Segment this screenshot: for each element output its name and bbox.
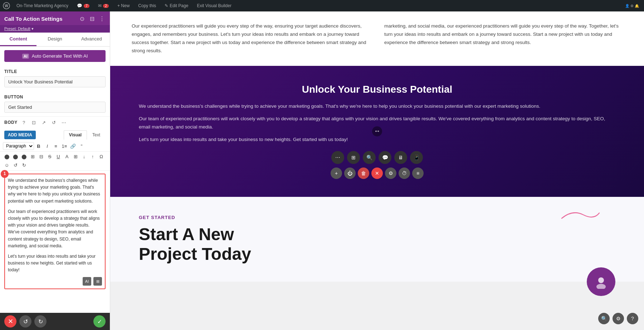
get-started-title: Start A New Project Today <box>139 224 615 264</box>
formatting-toolbar-row2: ⬤ ⬤ ⬤ ⊞ ⊟ S U A ⊞ ↓ ↑ Ω ☺ ↺ ↻ <box>0 152 110 171</box>
exit-builder-btn[interactable]: Exit Visual Builder <box>195 2 234 10</box>
ol-button[interactable]: 1≡ <box>60 142 68 150</box>
quote-button[interactable]: " <box>78 142 86 150</box>
svg-point-2 <box>598 277 604 283</box>
editor-expand-icon[interactable]: ⊞ <box>93 277 102 286</box>
panel-more-icon[interactable]: ⋮ <box>98 15 106 22</box>
panel-title: Call To Action Settings <box>4 16 63 22</box>
comments-btn[interactable]: 💬 7 <box>75 2 92 10</box>
tab-design[interactable]: Design <box>36 33 73 46</box>
cta-section: Unlock Your Business Potential We unders… <box>110 66 644 197</box>
align-right-button[interactable]: ⬤ <box>20 152 28 160</box>
text-col-left: Our experienced practitioners will guide… <box>132 22 370 55</box>
editor-paragraph-1: We understand the business's challenges … <box>8 177 102 205</box>
br-help-icon[interactable]: ? <box>627 313 638 324</box>
text-section: Our experienced practitioners will guide… <box>110 11 644 66</box>
body-more-icon[interactable]: ⋯ <box>60 119 68 126</box>
formatting-toolbar-row1: Paragraph B I ≡ 1≡ 🔗 " <box>0 141 110 152</box>
emoji-button[interactable]: ☺ <box>3 161 11 169</box>
cta-paragraph-1: We understand the business's challenges … <box>139 102 615 111</box>
admin-bar-right-icons[interactable]: 👤 ⚙ 🔔 <box>623 3 641 9</box>
ul-button[interactable]: ≡ <box>52 142 60 150</box>
redo-button[interactable]: ↻ <box>34 315 47 327</box>
indent-button[interactable]: ⊟ <box>37 152 45 160</box>
button-field-group: Button <box>0 91 110 116</box>
body-undo-icon[interactable]: ↺ <box>50 119 58 126</box>
tab-advanced[interactable]: Advanced <box>73 33 110 46</box>
text-col-left-content: Our experienced practitioners will guide… <box>132 22 370 55</box>
button-input[interactable] <box>4 102 106 113</box>
module-close-btn[interactable]: ✕ <box>371 168 383 179</box>
undo2-button[interactable]: ↺ <box>11 161 19 169</box>
tab-content[interactable]: Content <box>0 33 36 46</box>
panel-split-icon[interactable]: ⊟ <box>88 15 96 22</box>
body-arrow-icon[interactable]: ↗ <box>40 119 48 126</box>
bold-button[interactable]: B <box>35 142 43 150</box>
editor-tab-visual[interactable]: Visual <box>64 130 87 140</box>
panel-settings-icon[interactable]: ⊙ <box>78 15 86 22</box>
admin-bar: W On-Time Marketing Agency 💬 7 ✉ 2 + New… <box>0 0 644 11</box>
toolbar-desktop-btn[interactable]: 🖥 <box>394 151 407 164</box>
toolbar-search-btn[interactable]: 🔍 <box>363 151 376 164</box>
new-btn[interactable]: + New <box>115 2 132 10</box>
module-gear-btn[interactable]: ⚙ <box>385 168 396 179</box>
ai-badge: AI <box>22 54 29 59</box>
module-power-btn[interactable]: ⏻ <box>344 168 356 179</box>
messages-btn[interactable]: ✉ 2 <box>96 2 111 10</box>
section-resize-handle[interactable]: ↔ <box>372 126 382 136</box>
align-center-button[interactable]: ⬤ <box>11 152 19 160</box>
toolbar-dots-btn[interactable]: ⋯ <box>331 151 344 164</box>
get-started-label: GET STARTED <box>139 215 615 220</box>
align-justify-button[interactable]: ⊞ <box>29 152 36 160</box>
editor-ai-icon[interactable]: AI <box>83 277 91 286</box>
copy-btn[interactable]: Copy this <box>136 2 158 10</box>
special-chars-button[interactable]: Ω <box>97 152 105 160</box>
paragraph-select[interactable]: Paragraph <box>3 142 34 150</box>
title-label: Title <box>4 69 106 74</box>
editor-ai-icons: AI ⊞ <box>8 277 102 286</box>
module-bars-btn[interactable]: ≡ <box>412 168 424 179</box>
undo-button[interactable]: ↺ <box>19 315 31 327</box>
body-media-icon[interactable]: ⊡ <box>30 119 38 126</box>
sup-button[interactable]: ↑ <box>89 152 97 160</box>
edit-page-btn[interactable]: ✎ Edit Page <box>162 2 190 10</box>
cancel-button[interactable]: ✕ <box>4 315 16 327</box>
add-media-button[interactable]: ADD MEDIA <box>4 131 36 139</box>
body-toolbar-row: Body ? ⊡ ↗ ↺ ⋯ <box>0 116 110 128</box>
sub-button[interactable]: ↓ <box>80 152 88 160</box>
editor-area[interactable]: 1 We understand the business's challenge… <box>4 174 106 289</box>
strikethrough-button[interactable]: S <box>46 152 54 160</box>
ai-generate-button[interactable]: AI Auto Generate Text With AI <box>4 50 106 62</box>
link-button[interactable]: 🔗 <box>69 142 77 150</box>
text-col-right: marketing, and social media, our experie… <box>384 22 623 55</box>
redo2-button[interactable]: ↻ <box>20 161 28 169</box>
module-time-btn[interactable]: ⏱ <box>399 168 410 179</box>
title-field-group: Title <box>0 65 110 91</box>
title-input[interactable] <box>4 76 106 87</box>
br-settings-icon[interactable]: ⚙ <box>613 313 624 324</box>
editor-tab-text[interactable]: Text <box>87 130 106 139</box>
avatar-icon <box>594 275 608 289</box>
italic-button[interactable]: I <box>43 142 51 150</box>
toolbar-comment-btn[interactable]: 💬 <box>379 151 391 164</box>
body-help-icon[interactable]: ? <box>20 119 28 126</box>
get-started-section: GET STARTED Start A New Project Today <box>110 197 644 282</box>
purple-avatar <box>587 267 615 296</box>
save-button[interactable]: ✓ <box>93 315 106 327</box>
br-search-icon[interactable]: 🔍 <box>598 313 610 324</box>
module-add-btn[interactable]: + <box>331 168 342 179</box>
toolbar-grid-btn[interactable]: ⊞ <box>347 151 360 164</box>
panel-header: Call To Action Settings ⊙ ⊟ ⋮ <box>0 11 110 25</box>
more-fmt-button[interactable]: ⊞ <box>72 152 79 160</box>
module-delete-btn[interactable]: 🗑 <box>358 168 369 179</box>
site-name[interactable]: On-Time Marketing Agency <box>14 2 70 10</box>
toolbar-mobile-btn[interactable]: 📱 <box>410 151 423 164</box>
align-left-button[interactable]: ⬤ <box>3 152 11 160</box>
wordpress-logo[interactable]: W <box>3 2 10 9</box>
text-col-right-content: marketing, and social media, our experie… <box>384 22 623 47</box>
underline-button[interactable]: U <box>54 152 62 160</box>
add-media-row: ADD MEDIA Visual Text <box>0 128 110 141</box>
svg-point-3 <box>596 284 606 289</box>
editor-paragraph-2: Our team of experienced practitioners wi… <box>8 208 102 249</box>
color-button[interactable]: A <box>63 152 71 160</box>
